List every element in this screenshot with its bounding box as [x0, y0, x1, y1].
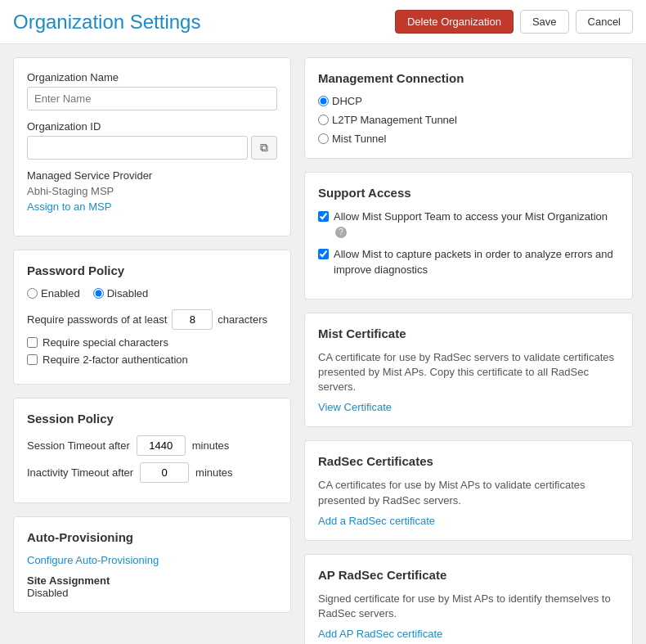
session-policy-title: Session Policy [27, 412, 277, 426]
msp-group: Managed Service Provider Abhi-Staging MS… [27, 169, 277, 213]
inactivity-timeout-row: Inactivity Timeout after minutes [27, 462, 277, 483]
support-team-help-icon[interactable]: ? [335, 227, 347, 238]
ap-radsec-certificate-card: AP RadSec Certificate Signed certificate… [304, 554, 633, 644]
org-name-group: Organization Name [27, 71, 277, 110]
site-assignment-label: Site Assignment [27, 574, 277, 587]
session-timeout-prefix: Session Timeout after [27, 439, 130, 452]
session-policy-card: Session Policy Session Timeout after min… [13, 398, 291, 503]
site-assignment-value: Disabled [27, 587, 277, 599]
add-ap-radsec-certificate-link[interactable]: Add AP RadSec certificate [318, 628, 442, 640]
capture-packets-text: Allow Mist to capture packets in order t… [334, 247, 619, 277]
org-id-label: Organization ID [27, 120, 277, 133]
session-timeout-suffix: minutes [192, 439, 230, 452]
capture-packets-checkbox[interactable] [318, 249, 329, 259]
l2tp-option[interactable]: L2TP Management Tunnel [318, 114, 619, 126]
ap-radsec-certificate-description: Signed certificate for use by Mist APs t… [318, 592, 619, 621]
radsec-certificates-title: RadSec Certificates [318, 454, 619, 468]
inactivity-timeout-input[interactable] [140, 462, 189, 483]
main-content: Organization Name Organization ID ⧉ Mana… [0, 44, 646, 644]
password-enabled-text: Enabled [41, 287, 80, 299]
msp-name: Abhi-Staging MSP [27, 185, 277, 197]
support-team-access-text: Allow Mist Support Team to access your M… [334, 209, 619, 239]
configure-auto-provisioning-link[interactable]: Configure Auto-Provisioning [27, 554, 159, 566]
password-enabled-label[interactable]: Enabled [27, 287, 80, 299]
special-chars-label[interactable]: Require special characters [27, 336, 277, 349]
auto-provisioning-card: Auto-Provisioning Configure Auto-Provisi… [13, 516, 291, 613]
two-factor-label[interactable]: Require 2-factor authentication [27, 354, 277, 366]
delete-org-button[interactable]: Delete Organization [395, 10, 514, 34]
min-length-input[interactable] [172, 309, 213, 330]
management-connection-card: Management Connection DHCP L2TP Manageme… [304, 57, 633, 159]
password-disabled-label[interactable]: Disabled [93, 287, 149, 299]
view-certificate-link[interactable]: View Certificate [318, 401, 392, 413]
org-name-label: Organization Name [27, 71, 277, 83]
org-id-input-row: ⧉ [27, 136, 277, 160]
auto-provisioning-title: Auto-Provisioning [27, 530, 277, 544]
right-column: Management Connection DHCP L2TP Manageme… [304, 57, 633, 644]
password-policy-title: Password Policy [27, 263, 277, 277]
header: Organization Settings Delete Organizatio… [0, 0, 646, 44]
msp-section-label: Managed Service Provider [27, 169, 277, 182]
password-disabled-text: Disabled [107, 287, 149, 299]
cancel-button[interactable]: Cancel [576, 10, 633, 34]
support-access-title: Support Access [318, 186, 619, 200]
left-column: Organization Name Organization ID ⧉ Mana… [13, 57, 291, 644]
l2tp-label: L2TP Management Tunnel [332, 114, 457, 126]
min-length-prefix: Require passwords of at least [27, 313, 167, 326]
dhcp-label: DHCP [332, 95, 362, 107]
ap-radsec-certificate-title: AP RadSec Certificate [318, 568, 619, 582]
copy-id-button[interactable]: ⧉ [251, 136, 277, 160]
org-name-card: Organization Name Organization ID ⧉ Mana… [13, 57, 291, 236]
radsec-certificates-card: RadSec Certificates CA certificates for … [304, 440, 633, 540]
management-connection-title: Management Connection [318, 71, 619, 85]
min-length-row: Require passwords of at least characters [27, 309, 277, 330]
two-factor-text: Require 2-factor authentication [43, 354, 188, 366]
mist-certificate-description: CA certificate for use by RadSec servers… [318, 350, 619, 395]
password-disabled-radio[interactable] [93, 288, 104, 299]
support-team-access-checkbox[interactable] [318, 211, 329, 222]
mist-tunnel-option[interactable]: Mist Tunnel [318, 133, 619, 145]
mist-tunnel-label: Mist Tunnel [332, 133, 386, 145]
header-buttons: Delete Organization Save Cancel [395, 10, 633, 34]
special-chars-checkbox[interactable] [27, 337, 38, 348]
l2tp-radio[interactable] [318, 115, 329, 125]
inactivity-timeout-suffix: minutes [195, 466, 233, 479]
page-title: Organization Settings [13, 11, 200, 34]
session-timeout-input[interactable] [137, 435, 186, 456]
mist-tunnel-radio[interactable] [318, 133, 329, 144]
mist-certificate-title: Mist Certificate [318, 327, 619, 340]
capture-packets-item: Allow Mist to capture packets in order t… [318, 247, 619, 277]
two-factor-checkbox[interactable] [27, 354, 38, 365]
copy-icon: ⧉ [260, 141, 268, 155]
org-name-input[interactable] [27, 87, 277, 110]
add-radsec-certificate-link[interactable]: Add a RadSec certificate [318, 515, 435, 527]
org-id-group: Organization ID ⧉ [27, 120, 277, 160]
radsec-certificates-description: CA certificates for use by Mist APs to v… [318, 478, 619, 507]
support-access-card: Support Access Allow Mist Support Team t… [304, 172, 633, 299]
special-chars-text: Require special characters [43, 336, 168, 349]
dhcp-radio[interactable] [318, 96, 329, 106]
org-id-input[interactable] [27, 136, 248, 160]
password-policy-card: Password Policy Enabled Disabled Require… [13, 250, 291, 385]
min-length-suffix: characters [218, 313, 267, 326]
inactivity-timeout-prefix: Inactivity Timeout after [27, 466, 133, 479]
assign-msp-link[interactable]: Assign to an MSP [27, 200, 111, 213]
management-connection-options: DHCP L2TP Management Tunnel Mist Tunnel [318, 95, 619, 145]
save-button[interactable]: Save [520, 10, 569, 34]
session-timeout-row: Session Timeout after minutes [27, 435, 277, 456]
password-policy-radio-group: Enabled Disabled [27, 287, 277, 299]
dhcp-option[interactable]: DHCP [318, 95, 619, 107]
support-team-access-item: Allow Mist Support Team to access your M… [318, 209, 619, 239]
mist-certificate-card: Mist Certificate CA certificate for use … [304, 313, 633, 428]
password-enabled-radio[interactable] [27, 288, 38, 299]
